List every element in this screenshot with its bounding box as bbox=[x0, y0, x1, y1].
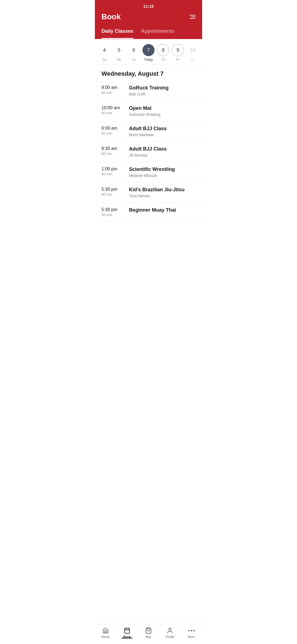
date-label-4: Su bbox=[102, 58, 106, 62]
class-time-4: 1:00 pm 60 min bbox=[101, 167, 129, 176]
class-info-3: Adult BJJ Class JB Burnley bbox=[129, 146, 196, 157]
date-item-8[interactable]: 8 Th bbox=[156, 44, 170, 62]
tab-daily-classes[interactable]: Daily Classes bbox=[101, 26, 133, 39]
class-time-0: 9:00 am 60 min bbox=[101, 85, 129, 95]
class-item-6[interactable]: 5:30 pm 60 min Beginner Muay Thai bbox=[95, 203, 202, 222]
filter-line-1 bbox=[189, 15, 196, 15]
date-picker: 4 Su 5 Mo 6 Tu 7 Today 8 Th 9 Fr 10 Sa bbox=[95, 39, 202, 65]
class-time-2: 6:00 am 60 min bbox=[101, 126, 129, 135]
date-label-5: Mo bbox=[117, 58, 122, 62]
date-num-10: 10 bbox=[186, 44, 199, 56]
date-item-7[interactable]: 7 Today bbox=[142, 44, 155, 62]
class-info-6: Beginner Muay Thai bbox=[129, 207, 196, 214]
filter-button[interactable] bbox=[189, 15, 196, 19]
date-num-8: 8 bbox=[157, 44, 169, 56]
date-label-10: Sa bbox=[191, 58, 195, 62]
class-item-3[interactable]: 8:30 am 60 min Adult BJJ Class JB Burnle… bbox=[95, 142, 202, 162]
filter-line-3 bbox=[189, 18, 196, 19]
class-item-2[interactable]: 6:00 am 60 min Adult BJJ Class Brent Mar… bbox=[95, 121, 202, 142]
filter-line-2 bbox=[191, 17, 196, 17]
date-num-6: 6 bbox=[128, 44, 140, 56]
date-item-5[interactable]: 5 Mo bbox=[112, 44, 126, 62]
class-item-0[interactable]: 9:00 am 60 min GoRuck Training Bob Croft bbox=[95, 81, 202, 101]
class-item-4[interactable]: 1:00 pm 60 min Scientific Wrestling Mela… bbox=[95, 162, 202, 182]
status-bar: 11:15 bbox=[101, 0, 196, 10]
class-info-5: Kid's Brazilian Jiu-Jitsu Tony Nieves bbox=[129, 187, 196, 198]
date-item-6[interactable]: 6 Tu bbox=[127, 44, 141, 62]
content-scroll: 4 Su 5 Mo 6 Tu 7 Today 8 Th 9 Fr 10 Sa W… bbox=[95, 39, 202, 246]
date-label-8: Th bbox=[161, 58, 165, 62]
class-time-3: 8:30 am 60 min bbox=[101, 146, 129, 156]
date-item-10[interactable]: 10 Sa bbox=[186, 44, 199, 62]
class-info-2: Adult BJJ Class Brent Marlowe bbox=[129, 126, 196, 137]
date-num-4: 4 bbox=[98, 44, 111, 56]
tab-appointments[interactable]: Appointments bbox=[141, 26, 174, 39]
date-label-6: Tu bbox=[132, 58, 136, 62]
class-time-1: 10:00 am 60 min bbox=[101, 105, 129, 115]
date-num-9: 9 bbox=[172, 44, 184, 56]
class-info-4: Scientific Wrestling Melanie Whizzle bbox=[129, 167, 196, 178]
date-item-4[interactable]: 4 Su bbox=[98, 44, 111, 62]
class-info-1: Open Mat Instructor Rotating bbox=[129, 105, 196, 117]
class-info-0: GoRuck Training Bob Croft bbox=[129, 85, 196, 96]
date-num-7: 7 bbox=[142, 44, 155, 56]
tab-bar: Daily Classes Appointments bbox=[95, 26, 202, 39]
date-num-5: 5 bbox=[113, 44, 125, 56]
day-heading: Wednesday, August 7 bbox=[95, 65, 202, 81]
class-item-1[interactable]: 10:00 am 60 min Open Mat Instructor Rota… bbox=[95, 101, 202, 121]
header: 11:15 Book bbox=[95, 0, 202, 26]
class-item-5[interactable]: 5:30 pm 60 min Kid's Brazilian Jiu-Jitsu… bbox=[95, 182, 202, 203]
class-time-6: 5:30 pm 60 min bbox=[101, 207, 129, 217]
date-label-7: Today bbox=[144, 58, 153, 62]
class-time-5: 5:30 pm 60 min bbox=[101, 187, 129, 197]
class-list: 9:00 am 60 min GoRuck Training Bob Croft… bbox=[95, 81, 202, 222]
date-item-9[interactable]: 9 Fr bbox=[171, 44, 185, 62]
status-time: 11:15 bbox=[143, 4, 154, 9]
date-label-9: Fr bbox=[176, 58, 179, 62]
header-row: Book bbox=[101, 10, 196, 26]
page-title: Book bbox=[101, 12, 121, 21]
